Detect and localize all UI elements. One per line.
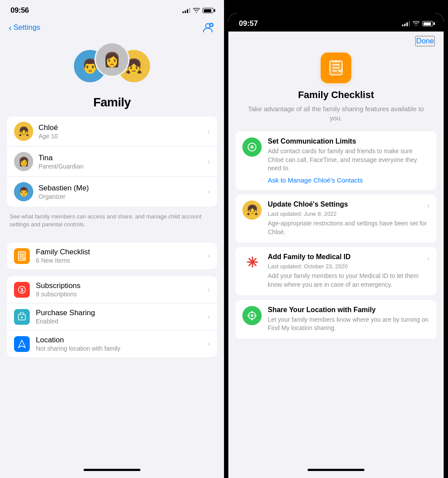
medical-icon: ✳ <box>242 253 262 272</box>
back-chevron-icon: ‹ <box>9 23 12 32</box>
member-name-chloe: Chloé <box>38 123 207 132</box>
member-row-tina[interactable]: 👩 Tina Parent/Guardian › <box>7 147 217 177</box>
left-status-bar: 09:56 <box>0 0 224 18</box>
chevron-icon-chloe: › <box>207 127 210 136</box>
feature-sub-purchase-sharing: Enabled <box>36 318 207 325</box>
medical-text: Add Family to Medical ID › Last updated:… <box>268 253 430 289</box>
add-person-button[interactable] <box>200 20 215 35</box>
checklist-feature-card: Family Checklist 6 New Items › <box>7 243 217 269</box>
svg-text:$: $ <box>21 287 24 293</box>
member-row-chloe[interactable]: 👧 Chloé Age 10 › <box>7 116 217 147</box>
family-header: 👨 👩 👧 Family <box>0 39 224 116</box>
services-card: $ Subscriptions 9 subscriptions › <box>7 276 217 357</box>
feature-sub-subscriptions: 9 subscriptions <box>36 291 207 298</box>
location-share-sub: Let your family members know where you a… <box>268 316 430 333</box>
settings-last-updated: Last updated: June 8, 2022 <box>268 210 430 218</box>
chevron-icon-settings: › <box>427 201 430 210</box>
done-bar: Done <box>228 32 444 49</box>
wifi-icon <box>193 8 200 13</box>
location-row: Share Your Location with Family Let your… <box>242 306 430 333</box>
member-avatar-tina: 👩 <box>14 152 33 171</box>
right-phone-inner: 09:57 <box>228 13 444 478</box>
svg-point-14 <box>336 61 337 63</box>
chevron-icon-sebastien: › <box>207 187 210 196</box>
chevron-icon-checklist: › <box>207 252 210 260</box>
home-indicator-right <box>308 469 364 471</box>
feature-row-checklist[interactable]: Family Checklist 6 New Items › <box>7 243 217 269</box>
member-avatar-chloe: 👧 <box>14 122 33 141</box>
member-sub-tina: Parent/Guardian <box>38 163 207 170</box>
chevron-icon-tina: › <box>207 157 210 166</box>
left-status-icons <box>182 8 214 13</box>
feature-sub-checklist: 6 New Items <box>36 257 207 264</box>
feature-sub-location: Not sharing location with family <box>36 345 207 352</box>
member-name-tina: Tina <box>38 154 207 162</box>
right-wifi-icon <box>413 21 420 26</box>
settings-row: 👧 Update Chloé's Settings › Last updated… <box>242 200 430 236</box>
location-icon <box>14 336 30 352</box>
member-info-tina: Tina Parent/Guardian <box>38 154 207 170</box>
communication-text: Set Communication Limits Add contact car… <box>268 137 430 184</box>
settings-sub: Age-appropriate restrictions and setting… <box>268 219 430 236</box>
feature-info-location: Location Not sharing location with famil… <box>36 336 207 352</box>
svg-point-11 <box>21 316 23 318</box>
checklist-title: Family Checklist <box>298 89 374 101</box>
location-share-title: Share Your Location with Family <box>268 306 430 314</box>
back-label: Settings <box>14 23 40 32</box>
right-phone: 09:57 <box>224 0 448 478</box>
checklist-header-icon <box>321 53 351 83</box>
feature-row-location[interactable]: Location Not sharing location with famil… <box>7 330 217 357</box>
settings-person-avatar: 👧 <box>242 200 262 220</box>
content-area: 👧 Chloé Age 10 › 👩 Tina Parent/Guardian … <box>0 116 224 465</box>
medical-title: Add Family to Medical ID <box>268 253 350 261</box>
settings-text: Update Chloé's Settings › Last updated: … <box>268 200 430 236</box>
member-row-sebastien[interactable]: 👨 Sebastien (Me) Organizer › <box>7 177 217 207</box>
member-avatar-sebastien: 👨 <box>14 182 33 201</box>
done-button[interactable]: Done <box>415 36 435 46</box>
checklist-item-communication: Set Communication Limits Add contact car… <box>235 131 437 190</box>
communication-sub: Add contact cards for family and friends… <box>268 147 430 173</box>
home-bar-left <box>0 465 224 478</box>
medical-sub: Add your family members to your Medical … <box>268 272 430 289</box>
subscriptions-icon: $ <box>14 282 30 298</box>
checklist-item-settings[interactable]: 👧 Update Chloé's Settings › Last updated… <box>235 194 437 243</box>
checklist-item-medical[interactable]: ✳ Add Family to Medical ID › Last update… <box>235 247 437 295</box>
members-card: 👧 Chloé Age 10 › 👩 Tina Parent/Guardian … <box>7 116 217 207</box>
battery-icon <box>203 8 214 13</box>
member-info-chloe: Chloé Age 10 <box>38 123 207 140</box>
avatar-group: 👨 👩 👧 <box>73 42 151 90</box>
chevron-icon-purchase-sharing: › <box>207 313 210 321</box>
checklist-header: Family Checklist Take advantage of all t… <box>228 49 444 131</box>
checklist-item-location: Share Your Location with Family Let your… <box>235 300 437 339</box>
home-bar-right <box>228 465 444 478</box>
feature-row-subscriptions[interactable]: $ Subscriptions 9 subscriptions › <box>7 276 217 303</box>
right-time: 09:57 <box>239 19 258 28</box>
find-my-icon <box>242 306 262 325</box>
feature-name-checklist: Family Checklist <box>36 248 207 257</box>
location-text: Share Your Location with Family Let your… <box>268 306 430 333</box>
asterisk-icon: ✳ <box>246 256 258 270</box>
communication-icon <box>242 137 262 157</box>
left-nav-bar: ‹ Settings <box>0 18 224 39</box>
member-name-sebastien: Sebastien (Me) <box>38 184 207 193</box>
svg-point-17 <box>251 146 253 148</box>
communication-link[interactable]: Ask to Manage Chloé's Contacts <box>268 176 430 184</box>
medical-row: ✳ Add Family to Medical ID › Last update… <box>242 253 430 289</box>
back-button[interactable]: ‹ Settings <box>9 23 40 32</box>
feature-name-purchase-sharing: Purchase Sharing <box>36 309 207 317</box>
communication-row: Set Communication Limits Add contact car… <box>242 137 430 184</box>
feature-row-purchase-sharing[interactable]: Purchase Sharing Enabled › <box>7 303 217 330</box>
left-phone: 09:56 ‹ Settings <box>0 0 224 478</box>
feature-info-subscriptions: Subscriptions 9 subscriptions <box>36 281 207 298</box>
communication-title: Set Communication Limits <box>268 137 430 145</box>
chevron-icon-medical: › <box>427 254 430 263</box>
settings-title: Update Chloé's Settings <box>268 200 348 208</box>
chevron-icon-location: › <box>207 340 210 348</box>
right-battery-icon <box>422 21 433 26</box>
chevron-icon-subscriptions: › <box>207 285 210 294</box>
feature-name-location: Location <box>36 336 207 344</box>
left-time: 09:56 <box>10 6 29 15</box>
home-indicator-left <box>84 469 140 471</box>
right-content: Done Family Checklist Take advantage of … <box>228 32 444 465</box>
member-info-sebastien: Sebastien (Me) Organizer <box>38 184 207 200</box>
